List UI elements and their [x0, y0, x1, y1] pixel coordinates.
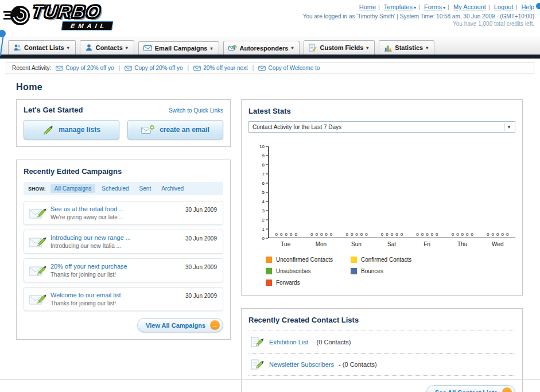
contact-activity-chart: 012345678910 000000000000000000000000000… [253, 146, 515, 247]
stats-period-select[interactable]: Contact Activity for the Last 7 Days ▼ [248, 121, 515, 133]
top-link-logout[interactable]: Logout [494, 3, 514, 10]
filter-archived[interactable]: Archived [157, 184, 188, 193]
separator: | [188, 65, 189, 71]
separator: | [119, 65, 121, 71]
envelope-icon [193, 65, 201, 71]
nav-tab-autoresponders[interactable]: Autoresponders ▾ [223, 41, 300, 55]
envelope-icon [143, 45, 152, 52]
top-link-templates[interactable]: Templates [384, 3, 413, 10]
envelope-plus-icon [141, 125, 155, 135]
see-all-contact-lists-label: See All Contact Lists [435, 389, 498, 392]
campaign-link[interactable]: See us at the retail food ... [50, 205, 171, 212]
nav-tab-contacts[interactable]: Contacts ▾ [80, 40, 134, 55]
recent-activity-bar: Recent Activity: Copy of 20% off yo | Co… [6, 62, 534, 74]
pencil-icon [42, 125, 54, 135]
recent-activity-item: Copy of 20% off yo [125, 65, 182, 71]
contact-list-link[interactable]: Newsletter Subscribers [269, 361, 334, 368]
campaigns-filter-bar: SHOW: All Campaigns Scheduled Sent Archi… [24, 182, 223, 195]
recent-activity-link[interactable]: Copy of Welcome to [268, 65, 320, 71]
envelope-icon [258, 65, 266, 71]
nav-tab-label: Contact Lists [24, 44, 64, 51]
nav-tab-contact-lists[interactable]: Contact Lists ▾ [8, 40, 76, 55]
chart-plot-area: 00000000000000000000000000000000000 [268, 146, 515, 238]
recent-activity-item: Copy of Welcome to [258, 65, 320, 71]
form-pencil-icon [309, 44, 317, 52]
campaigns-title: Recently Edited Campaigns [24, 167, 122, 176]
campaign-date: 30 Jun 2009 [185, 293, 217, 299]
switch-quick-links-link[interactable]: Switch to Quick Links [169, 107, 223, 114]
recent-activity-link[interactable]: Copy of 20% off yo [65, 65, 114, 71]
filter-all-campaigns[interactable]: All Campaigns [50, 184, 95, 193]
campaign-subtitle: Thanks for joining our list! [50, 300, 171, 306]
envelope-refresh-icon [228, 44, 237, 52]
filter-sent[interactable]: Sent [135, 184, 156, 193]
separator: | [418, 3, 420, 10]
chevron-down-icon: ▾ [414, 5, 416, 10]
page-bottom-divider [0, 379, 540, 380]
legend-item: Forwards [266, 280, 351, 286]
chevron-down-icon: ▾ [426, 45, 428, 51]
recent-activity-link[interactable]: 20% off your next [203, 65, 248, 71]
chevron-down-icon: ▾ [67, 45, 69, 51]
top-link-forms[interactable]: Forms [424, 3, 442, 10]
main-content: Home Let's Get Started Switch to Quick L… [0, 74, 540, 392]
campaign-subtitle: Thanks for joining our list! [50, 271, 171, 278]
recent-activity-item: Copy of 20% off yo [56, 65, 114, 71]
chart-x-axis: TueMonSunSatFriThuWed [268, 241, 515, 247]
legend-label: Forwards [276, 280, 300, 286]
nav-tab-email-campaigns[interactable]: Email Campaigns ▾ [138, 41, 219, 55]
people-icon [13, 44, 21, 52]
contact-list-link[interactable]: Exhibition List [269, 339, 308, 346]
top-link-home[interactable]: Home [359, 3, 376, 10]
contact-list: Exhibition List - (0 Contacts) Newslette… [248, 331, 515, 376]
legend-swatch [266, 268, 272, 274]
separator: | [378, 3, 380, 10]
nav-tab-statistics[interactable]: Statistics ▾ [379, 40, 434, 55]
legend-label: Bounces [361, 268, 383, 274]
stats-period-value: Contact Activity for the Last 7 Days [252, 124, 341, 130]
campaign-link[interactable]: Introducing our new range ... [50, 234, 171, 241]
campaign-row: Introducing our new range ... Introducin… [24, 230, 223, 254]
logo-text-turbo: TURBO [31, 3, 114, 20]
envelope-pencil-icon [29, 205, 47, 222]
campaign-link[interactable]: 20% off your next purchase [50, 263, 171, 270]
manage-lists-label: manage lists [59, 126, 100, 134]
see-all-contact-lists-button[interactable]: See All Contact Lists → [426, 385, 515, 392]
view-all-campaigns-button[interactable]: View All Campaigns → [137, 318, 223, 332]
nav-tab-label: Email Campaigns [155, 45, 208, 52]
envelope-pencil-icon [29, 263, 47, 279]
get-started-panel: Let's Get Started Switch to Quick Links … [16, 99, 231, 147]
nav-tab-label: Autoresponders [240, 45, 289, 52]
manage-lists-button[interactable]: manage lists [24, 120, 119, 139]
campaign-link[interactable]: Welcome to our email list [50, 292, 171, 298]
legend-label: Unconfirmed Contacts [276, 257, 333, 263]
top-link-my-account[interactable]: My Account [453, 3, 486, 10]
top-nav: Home| Templates▾| Forms▾| My Account| Lo… [303, 3, 534, 10]
contact-lists-title: Recently Created Contact Lists [248, 316, 359, 324]
campaign-list: See us at the retail food ... We're givi… [24, 201, 223, 311]
legend-swatch [266, 257, 272, 263]
contact-list-count: - (0 Contacts) [339, 361, 377, 368]
nav-tab-label: Statistics [395, 44, 423, 51]
legend-label: Unsubscribes [276, 268, 311, 274]
bar-chart-icon [384, 44, 392, 52]
nav-tab-custom-fields[interactable]: Custom Fields ▾ [304, 40, 375, 55]
nav-tab-label: Custom Fields [320, 44, 363, 51]
legend-swatch [266, 280, 272, 286]
campaign-date: 30 Jun 2009 [185, 207, 217, 213]
campaign-subtitle: Introducing our new Italia ... [50, 243, 171, 249]
envelope-pencil-icon [29, 292, 47, 308]
filter-scheduled[interactable]: Scheduled [98, 184, 133, 193]
chevron-down-icon: ▾ [443, 5, 445, 10]
chevron-down-icon: ▾ [210, 46, 212, 51]
chart-y-axis: 012345678910 [253, 146, 268, 238]
credits-info: You have 1,000 total credits left. [303, 21, 534, 27]
create-email-button[interactable]: create an email [127, 120, 223, 139]
arrow-right-icon: → [210, 320, 220, 330]
logo-words: TURBO EMAIL [32, 3, 112, 30]
nav-dark-bar [0, 55, 540, 59]
recent-activity-link[interactable]: Copy of 20% off yo [134, 65, 182, 71]
top-link-help[interactable]: Help [521, 3, 534, 10]
envelope-pencil-icon [29, 234, 47, 250]
app-logo: TURBO EMAIL [3, 2, 112, 36]
